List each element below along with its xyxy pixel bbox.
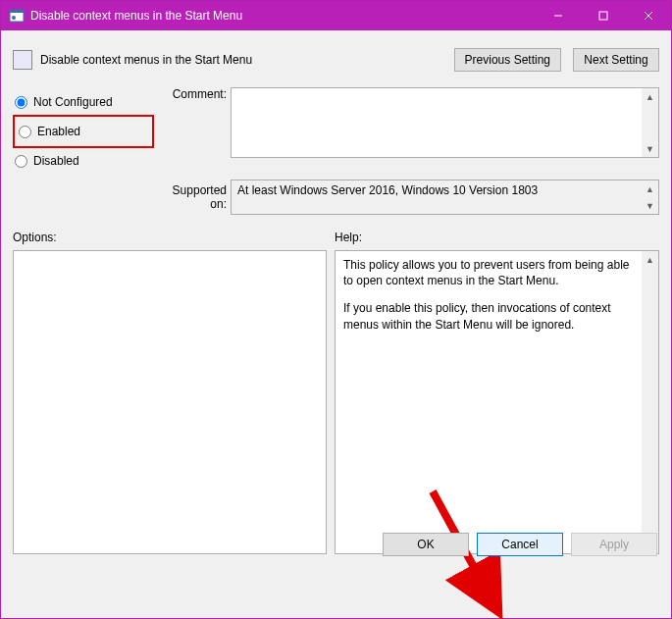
policy-editor-window: Disable context menus in the Start Menu … xyxy=(0,0,672,619)
supported-on-field: At least Windows Server 2016, Windows 10… xyxy=(231,180,659,215)
supported-scrollbar: ▲ ▼ xyxy=(642,181,658,214)
comment-label: Comment: xyxy=(160,87,231,174)
radio-not-configured-label: Not Configured xyxy=(33,95,113,109)
apply-button: Apply xyxy=(571,533,657,556)
minimize-button[interactable] xyxy=(536,1,581,30)
app-icon xyxy=(9,8,25,24)
svg-rect-1 xyxy=(10,10,24,13)
svg-point-2 xyxy=(12,16,16,20)
window-title: Disable context menus in the Start Menu xyxy=(30,9,536,23)
help-scrollbar[interactable]: ▲ ▼ xyxy=(642,251,658,553)
radio-disabled-input[interactable] xyxy=(15,155,27,168)
state-radios: Not Configured Enabled Disabled xyxy=(13,87,160,174)
radio-disabled-label: Disabled xyxy=(33,154,79,168)
help-paragraph-1: This policy allows you to prevent users … xyxy=(343,257,639,288)
radio-not-configured-input[interactable] xyxy=(15,96,27,109)
options-pane xyxy=(13,250,327,554)
svg-rect-4 xyxy=(599,12,607,20)
radio-enabled-input[interactable] xyxy=(19,126,31,138)
options-label: Options: xyxy=(13,231,335,244)
policy-icon xyxy=(13,50,32,70)
header-row: Disable context menus in the Start Menu … xyxy=(13,40,659,79)
radio-enabled-label: Enabled xyxy=(37,125,80,138)
comment-scrollbar[interactable]: ▲ ▼ xyxy=(642,88,658,157)
cancel-label: Cancel xyxy=(501,538,538,551)
scroll-up-icon[interactable]: ▲ xyxy=(642,88,658,105)
window-controls xyxy=(536,1,671,30)
radio-disabled[interactable]: Disabled xyxy=(13,148,160,174)
help-paragraph-2: If you enable this policy, then invocati… xyxy=(343,300,639,332)
scroll-down-icon: ▼ xyxy=(642,197,658,214)
comment-textarea[interactable]: ▲ ▼ xyxy=(231,87,659,158)
previous-setting-button[interactable]: Previous Setting xyxy=(454,48,561,72)
scroll-down-icon[interactable]: ▼ xyxy=(642,140,658,157)
close-button[interactable] xyxy=(626,1,671,30)
supported-on-label: Supported on: xyxy=(160,180,231,215)
dialog-footer: OK Cancel Apply xyxy=(383,533,657,556)
maximize-button[interactable] xyxy=(581,1,626,30)
apply-label: Apply xyxy=(599,538,629,551)
ok-button[interactable]: OK xyxy=(383,533,469,556)
next-setting-label: Next Setting xyxy=(584,53,647,67)
annotation-highlight-enabled: Enabled xyxy=(13,115,154,148)
scroll-up-icon[interactable]: ▲ xyxy=(642,251,658,268)
supported-on-value: At least Windows Server 2016, Windows 10… xyxy=(237,183,538,197)
radio-enabled[interactable]: Enabled xyxy=(17,119,150,144)
help-pane: This policy allows you to prevent users … xyxy=(335,250,659,554)
policy-title: Disable context menus in the Start Menu xyxy=(40,53,454,67)
scroll-up-icon: ▲ xyxy=(642,181,658,197)
help-label: Help: xyxy=(335,231,659,244)
titlebar[interactable]: Disable context menus in the Start Menu xyxy=(1,1,671,30)
previous-setting-label: Previous Setting xyxy=(465,53,550,67)
radio-not-configured[interactable]: Not Configured xyxy=(13,89,160,115)
next-setting-button[interactable]: Next Setting xyxy=(573,48,659,72)
cancel-button[interactable]: Cancel xyxy=(477,533,563,556)
ok-label: OK xyxy=(417,538,434,551)
